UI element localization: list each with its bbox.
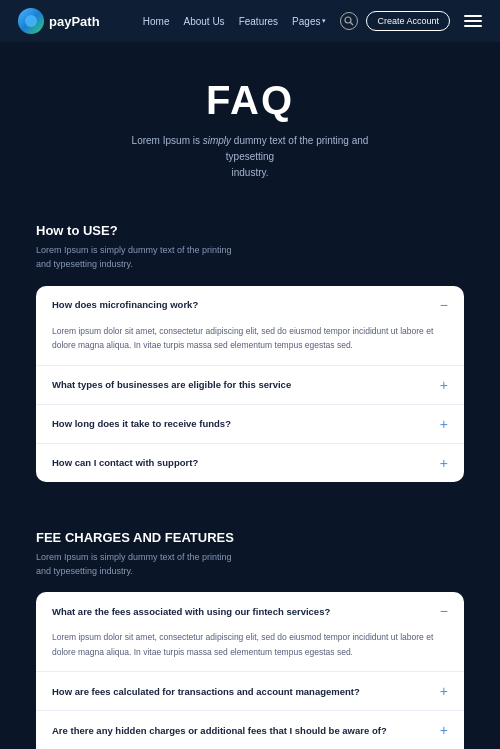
nav-links: Home About Us Features Pages ▾: [143, 16, 327, 27]
fee-charges-section: FEE CHARGES AND FEATURES Lorem Ipsum is …: [0, 512, 500, 749]
accordion-header-2[interactable]: What types of businesses are eligible fo…: [36, 366, 464, 404]
accordion2-header-3[interactable]: Are there any hidden charges or addition…: [36, 711, 464, 749]
create-account-button[interactable]: Create Account: [366, 11, 450, 31]
accordion2-body-1: Lorem ipsum dolor sit amet, consectetur …: [36, 630, 464, 671]
accordion-header-4[interactable]: How can I contact with support? +: [36, 444, 464, 482]
svg-line-2: [351, 23, 354, 26]
expand-icon-2: +: [440, 378, 448, 392]
nav-features[interactable]: Features: [239, 16, 278, 27]
logo-text: payPath: [49, 14, 100, 29]
hamburger-menu[interactable]: [464, 15, 482, 27]
collapse-icon-1: −: [440, 298, 448, 312]
accordion-question-2: What types of businesses are eligible fo…: [52, 379, 440, 390]
hero-desc-part2: industry.: [231, 167, 268, 178]
accordion2-item-2: How are fees calculated for transactions…: [36, 672, 464, 711]
accordion-question-3: How long does it take to receive funds?: [52, 418, 440, 429]
chevron-down-icon: ▾: [322, 17, 326, 25]
accordion2-header-1[interactable]: What are the fees associated with using …: [36, 592, 464, 630]
expand2-icon-3: +: [440, 723, 448, 737]
expand-icon-4: +: [440, 456, 448, 470]
accordion-item-1: How does microfinancing work? − Lorem ip…: [36, 286, 464, 366]
nav-home[interactable]: Home: [143, 16, 170, 27]
accordion-question-1: How does microfinancing work?: [52, 299, 440, 310]
svg-point-0: [25, 15, 37, 27]
logo-icon: [18, 8, 44, 34]
logo[interactable]: payPath: [18, 8, 100, 34]
nav-pages[interactable]: Pages ▾: [292, 16, 326, 27]
page-title: FAQ: [20, 78, 480, 123]
accordion-body-1: Lorem ipsum dolor sit amet, consectetur …: [36, 324, 464, 365]
accordion2-question-1: What are the fees associated with using …: [52, 606, 440, 617]
accordion-header-3[interactable]: How long does it take to receive funds? …: [36, 405, 464, 443]
accordion-item-3: How long does it take to receive funds? …: [36, 405, 464, 444]
section2-accordion: What are the fees associated with using …: [36, 592, 464, 749]
accordion-question-4: How can I contact with support?: [52, 457, 440, 468]
section1-accordion: How does microfinancing work? − Lorem ip…: [36, 286, 464, 482]
accordion-item-4: How can I contact with support? +: [36, 444, 464, 482]
accordion-header-1[interactable]: How does microfinancing work? −: [36, 286, 464, 324]
section2-subtitle: Lorem Ipsum is simply dummy text of the …: [36, 550, 236, 579]
expand-icon-3: +: [440, 417, 448, 431]
section1-title: How to USE?: [36, 223, 464, 238]
accordion2-item-1: What are the fees associated with using …: [36, 592, 464, 672]
section1-subtitle: Lorem Ipsum is simply dummy text of the …: [36, 243, 236, 272]
accordion2-header-2[interactable]: How are fees calculated for transactions…: [36, 672, 464, 710]
nav-about[interactable]: About Us: [183, 16, 224, 27]
accordion2-question-2: How are fees calculated for transactions…: [52, 686, 440, 697]
navbar: payPath Home About Us Features Pages ▾ C…: [0, 0, 500, 42]
svg-point-1: [345, 17, 351, 23]
collapse2-icon-1: −: [440, 604, 448, 618]
search-button[interactable]: [340, 12, 358, 30]
hero-section: FAQ Lorem Ipsum is simply dummy text of …: [0, 42, 500, 205]
hero-desc-part1: Lorem Ipsum is simply dummy text of the …: [132, 135, 369, 162]
section2-title: FEE CHARGES AND FEATURES: [36, 530, 464, 545]
nav-actions: Create Account: [340, 11, 482, 31]
how-to-use-section: How to USE? Lorem Ipsum is simply dummy …: [0, 205, 500, 512]
accordion2-question-3: Are there any hidden charges or addition…: [52, 725, 440, 736]
accordion2-item-3: Are there any hidden charges or addition…: [36, 711, 464, 749]
hero-description: Lorem Ipsum is simply dummy text of the …: [120, 133, 380, 181]
expand2-icon-2: +: [440, 684, 448, 698]
accordion-item-2: What types of businesses are eligible fo…: [36, 366, 464, 405]
